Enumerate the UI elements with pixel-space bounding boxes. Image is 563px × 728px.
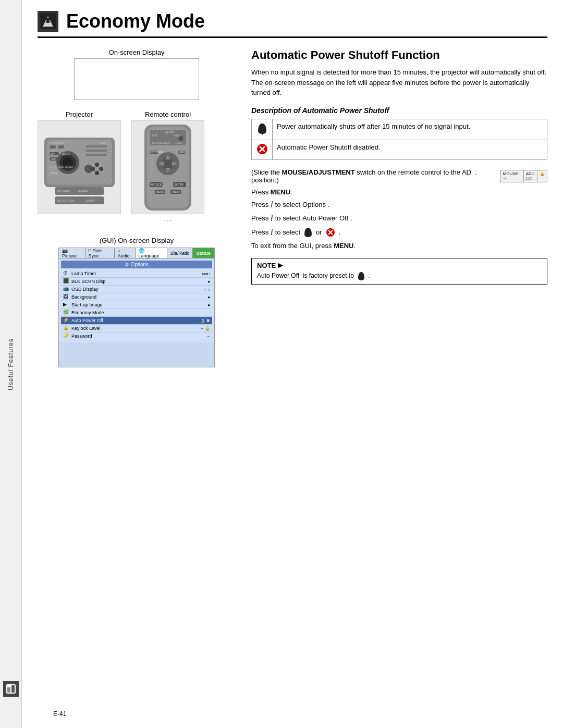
leaf-icon-inline bbox=[304, 227, 312, 238]
step3-toselect: to select bbox=[275, 228, 300, 236]
bg-icon: 🖼 bbox=[63, 294, 69, 300]
gui-item-econ[interactable]: 🌿 Economy Mode bbox=[61, 309, 212, 317]
svg-text:UNDO: UNDO bbox=[172, 190, 180, 193]
main-content: Economy Mode On-screen Display Projector bbox=[22, 0, 563, 728]
table-row-leaf: Power automatically shuts off after 15 m… bbox=[252, 119, 547, 140]
svg-rect-1 bbox=[7, 687, 10, 693]
step1-line: Press / to select Options . bbox=[251, 200, 547, 209]
svg-text:LASER: LASER bbox=[175, 142, 183, 144]
osd-val: ○ ○ bbox=[204, 287, 210, 292]
svg-rect-19 bbox=[50, 145, 56, 149]
leaf-svg bbox=[257, 122, 267, 135]
gui-item-keylock[interactable]: 🔒 Keylock Level → 🔓 bbox=[61, 325, 212, 332]
press-menu-text: Press MENU. bbox=[251, 188, 292, 196]
gui-tab-language[interactable]: 🌐 Language bbox=[136, 248, 167, 258]
gui-item-bg[interactable]: 🖼 Background ● bbox=[61, 293, 212, 301]
press-menu-line: Press MENU. bbox=[251, 188, 547, 196]
devices-row: Projector bbox=[38, 110, 236, 226]
bg-val: ● bbox=[207, 295, 210, 300]
svg-point-16 bbox=[95, 171, 99, 175]
gui-menu-title: ⚙ Options bbox=[61, 261, 212, 268]
sidebar-icon bbox=[3, 681, 19, 697]
gui-tab-audio[interactable]: ♪ Audio bbox=[115, 248, 136, 258]
gui-section: (GUI) On-screen Display 📷 Picture □ Fine… bbox=[38, 237, 236, 367]
projector-image: POWER LAMP TEMP ON OFF MUTE bbox=[38, 120, 121, 214]
step1-toselect: to select bbox=[275, 201, 300, 208]
pwd-text: Password bbox=[71, 334, 204, 339]
svg-rect-13 bbox=[86, 154, 107, 156]
table-row-leaf-text: Power automatically shuts off after 15 m… bbox=[273, 119, 547, 140]
step3-or: or bbox=[316, 228, 322, 236]
gui-item-autopow[interactable]: ⚡ Auto Power Off 🍃 ✖ bbox=[61, 317, 212, 325]
note-header: NOTE ▶ bbox=[257, 262, 542, 269]
step3-slash1: / bbox=[271, 228, 273, 237]
table-row-x: Automatic Power Shutoff disabled. bbox=[252, 140, 547, 159]
x-icon-cell bbox=[252, 140, 273, 159]
svg-point-45 bbox=[178, 136, 183, 141]
exit-text-pre: To exit from the GUI, press MENU. bbox=[251, 242, 356, 250]
step2-line: Press / to select Auto Power Off . bbox=[251, 214, 547, 223]
instructions: (Slide the MOUSE/ADJUSTMENT switch on th… bbox=[251, 168, 547, 250]
svg-text:TEMP: TEMP bbox=[99, 141, 107, 144]
note-arrow: ▶ bbox=[278, 262, 283, 269]
gui-item-blkscr[interactable]: ⬛ BLK SCRN Disp ● bbox=[61, 278, 212, 286]
page-title: Economy Mode bbox=[66, 10, 205, 32]
step3-press: Press bbox=[251, 228, 268, 236]
content-area: On-screen Display Projector bbox=[38, 48, 547, 367]
adj-cell: ADJ.□ □ bbox=[524, 170, 537, 182]
svg-text:LAMP: LAMP bbox=[58, 141, 65, 144]
step1-slash1: / bbox=[271, 200, 273, 209]
svg-text:R-CLICK: R-CLICK bbox=[151, 183, 162, 186]
exit-line: To exit from the GUI, press MENU. bbox=[251, 242, 547, 250]
osd-icon: 📺 bbox=[63, 286, 69, 292]
gui-item-pwd[interactable]: 🔑 Password → bbox=[61, 332, 212, 340]
display-label: On-screen Display bbox=[38, 48, 236, 56]
gui-tab-blaratio[interactable]: Bla/Ratio bbox=[167, 248, 193, 258]
dots-row: · · · bbox=[154, 216, 182, 224]
autopow-text: Auto Power Off bbox=[71, 318, 198, 323]
svg-rect-20 bbox=[58, 145, 64, 149]
keylock-icon: 🔒 bbox=[63, 325, 69, 331]
section-title: Automatic Power Shutoff Function bbox=[251, 48, 547, 62]
gui-tabs: 📷 Picture □ Fine Sync ♪ Audio 🌐 Language… bbox=[59, 248, 214, 258]
note-content: Auto Power Off is factory preset to . bbox=[257, 272, 542, 281]
gui-item-osd[interactable]: 📺 OSD Display ○ ○ bbox=[61, 286, 212, 293]
table-row-x-text: Automatic Power Shutoff disabled. bbox=[273, 140, 547, 159]
remote-section: Remote control ON MUTE +VOL bbox=[131, 110, 204, 226]
sidebar-label: Useful Features bbox=[7, 338, 15, 390]
svg-text:BLACK: BLACK bbox=[152, 142, 160, 144]
step3-line: Press / to select or . bbox=[251, 227, 547, 238]
svg-text:ENTER: ENTER bbox=[86, 199, 95, 202]
x-icon-inline bbox=[326, 228, 335, 237]
step2-toselect: to select bbox=[275, 214, 300, 222]
svg-text:ON: ON bbox=[152, 134, 157, 137]
pwd-icon: 🔑 bbox=[63, 333, 69, 339]
page-header: Economy Mode bbox=[38, 10, 547, 38]
display-box bbox=[74, 58, 199, 100]
svg-text:MENU: MENU bbox=[156, 190, 164, 193]
gui-box: 📷 Picture □ Fine Sync ♪ Audio 🌐 Language… bbox=[58, 248, 215, 367]
blkscr-text: BLK SCRN Disp bbox=[71, 279, 205, 284]
left-column: On-screen Display Projector bbox=[38, 48, 236, 367]
dot1: · bbox=[164, 216, 166, 224]
note-box: NOTE ▶ Auto Power Off is factory preset … bbox=[251, 258, 547, 285]
step2-dot: . bbox=[350, 214, 352, 222]
keylock-text: Keylock Level bbox=[71, 326, 198, 331]
svg-rect-12 bbox=[86, 150, 107, 152]
note-text-post: . bbox=[366, 272, 370, 279]
econ-icon: 🌿 bbox=[63, 310, 69, 316]
dot3: · bbox=[170, 216, 172, 224]
svg-text:BLK SCREEN: BLK SCREEN bbox=[57, 199, 74, 202]
gui-item-lamp[interactable]: ⏱ Lamp Timer ■■■ I bbox=[61, 270, 212, 278]
gui-menu: ⚙ Options ⏱ Lamp Timer ■■■ I ⬛ BLK SCRN … bbox=[59, 258, 214, 342]
gui-tab-finesync[interactable]: □ Fine Sync bbox=[85, 248, 115, 258]
gui-tab-status[interactable]: Status bbox=[193, 248, 214, 258]
gui-tab-picture[interactable]: 📷 Picture bbox=[59, 248, 85, 258]
mouse-adj-text-pre: (Slide the MOUSE/ADJUSTMENT switch on th… bbox=[251, 168, 496, 184]
gui-item-startup[interactable]: ▶ Start-up Image ● bbox=[61, 301, 212, 309]
note-text-pre: Auto Power Off is factory preset to bbox=[257, 272, 356, 279]
description-table: Power automatically shuts off after 15 m… bbox=[251, 119, 547, 160]
svg-point-18 bbox=[91, 167, 95, 171]
svg-text:INPUT: INPUT bbox=[50, 171, 57, 175]
svg-text:OFF: OFF bbox=[51, 157, 56, 161]
